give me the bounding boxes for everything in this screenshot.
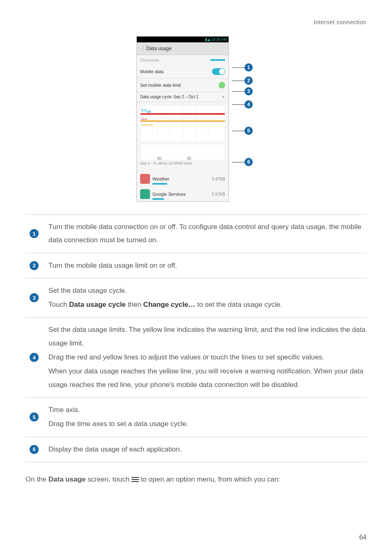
usage-summary: Sep 2 – 5: about 12.00KB used. — [140, 160, 225, 168]
table-row: 3 Set the data usage cycle. Touch Data u… — [25, 278, 367, 317]
row-text: Set the data usage limits. The yellow li… — [48, 323, 367, 391]
usage-chart[interactable]: 5.0GB limit warning — [140, 105, 225, 142]
row-text: Turn the mobile data connection on or of… — [48, 220, 367, 247]
callout-4: 4 — [244, 100, 253, 109]
weather-app-icon — [140, 174, 150, 184]
callout-5: 5 — [244, 127, 253, 135]
table-row: 4 Set the data usage limits. The yellow … — [25, 317, 367, 397]
cycle-dropdown[interactable]: Sep 2 – Oct 1 — [173, 95, 198, 99]
row-badge-6: 6 — [30, 445, 39, 454]
table-row: 1 Turn the mobile data connection on or … — [25, 214, 367, 253]
set-limit-checkbox[interactable] — [219, 82, 225, 88]
phone-title-bar: 〈 Data usage — [137, 42, 228, 55]
app-usage-bar — [152, 183, 167, 185]
row-text: Time axis. Drag the time axes to set a d… — [48, 403, 367, 431]
overview-bar — [210, 59, 225, 61]
row-badge-4: 4 — [30, 353, 39, 362]
time-axis-area[interactable] — [140, 144, 225, 160]
footer-paragraph: On the Data usage screen, touch to open … — [25, 473, 367, 486]
limit-value: 5.0 — [141, 108, 147, 112]
warning-line[interactable] — [141, 120, 225, 122]
google-services-icon — [140, 189, 150, 199]
page-number: 64 — [359, 534, 367, 541]
row-badge-2: 2 — [30, 261, 39, 270]
table-row: 5 Time axis. Drag the time axes to set a… — [25, 397, 367, 437]
callout-2: 2 — [244, 76, 253, 85]
app-size: 3.47KB — [212, 177, 225, 181]
set-limit-label: Set mobile data limit — [140, 83, 181, 88]
row-text: Display the data usage of each applicati… — [48, 443, 367, 456]
app-size: 2.87KB — [212, 192, 225, 197]
screen-title: Data usage — [146, 46, 171, 51]
chevron-down-icon[interactable]: ▼ — [221, 95, 225, 99]
limit-line[interactable] — [141, 113, 225, 115]
mobile-data-label: Mobile data — [140, 69, 164, 74]
row-badge-1: 1 — [30, 229, 39, 238]
row-text: Turn the mobile data usage limit on or o… — [48, 259, 367, 272]
row-badge-5: 5 — [30, 412, 39, 422]
app-name: Google Services — [152, 192, 212, 197]
table-row: 6 Display the data usage of each applica… — [25, 437, 367, 462]
cycle-prefix: Data usage cycle — [140, 95, 172, 99]
callout-1: 1 — [244, 63, 253, 72]
table-row: 2 Turn the mobile data usage limit on or… — [25, 253, 367, 278]
back-icon[interactable]: 〈 — [139, 45, 145, 52]
status-time: 10:30 AM — [211, 37, 227, 42]
callout-6: 6 — [244, 158, 253, 166]
menu-icon — [131, 476, 139, 483]
phone-screenshot: ▮◢ 10:30 AM 〈 Data usage Overview Mobile… — [136, 36, 256, 202]
explanation-table: 1 Turn the mobile data connection on or … — [25, 214, 367, 462]
row-text: Set the data usage cycle. Touch Data usa… — [48, 284, 367, 312]
phone-status-bar: ▮◢ 10:30 AM — [137, 37, 228, 42]
app-name: Weather — [152, 176, 212, 181]
row-badge-3: 3 — [30, 293, 39, 302]
overview-label: Overview — [140, 58, 159, 63]
mobile-data-toggle[interactable] — [212, 68, 225, 75]
page-section-header: Internet connection — [25, 19, 367, 25]
app-usage-bar — [152, 198, 164, 200]
signal-icon: ▮◢ — [205, 37, 211, 42]
warning-tag: warning — [141, 123, 153, 127]
callout-3: 3 — [244, 87, 253, 95]
